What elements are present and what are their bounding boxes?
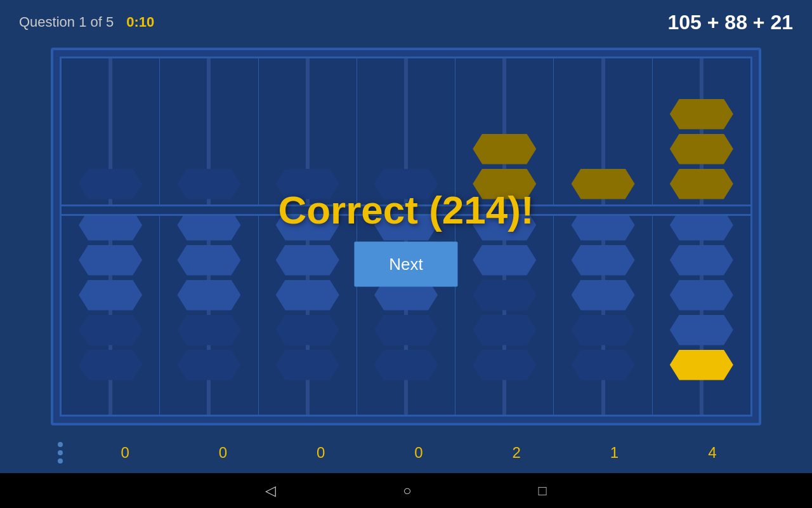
correct-overlay: Correct (214)! Next — [278, 187, 534, 286]
bead-bot-6-2[interactable] — [667, 277, 737, 312]
back-button[interactable]: ◁ — [265, 483, 276, 499]
android-nav-bar: ◁ ○ □ — [0, 473, 812, 508]
dot-2 — [58, 450, 63, 455]
bead-top-4-0[interactable] — [469, 131, 539, 166]
bead-bot-1-4[interactable] — [174, 347, 244, 382]
bead-bot-2-4[interactable] — [273, 347, 343, 382]
abacus-column-1[interactable] — [160, 58, 258, 415]
bead-bot-5-4[interactable] — [568, 347, 638, 382]
col-num-5: 1 — [565, 444, 663, 462]
bead-bot-5-2[interactable] — [568, 277, 638, 312]
bead-bot-6-4[interactable] — [667, 347, 737, 382]
bead-bot-3-4[interactable] — [371, 347, 441, 382]
abacus-column-5[interactable] — [554, 58, 652, 415]
bead-bot-4-4[interactable] — [469, 347, 539, 382]
column-numbers: 0 0 0 0 2 1 4 — [76, 444, 761, 462]
next-button[interactable]: Next — [354, 241, 457, 286]
bead-bot-0-4[interactable] — [75, 347, 145, 382]
col-num-4: 2 — [468, 444, 565, 462]
bead-top-6-0[interactable] — [667, 97, 737, 131]
numbers-bar: 0 0 0 0 2 1 4 — [51, 435, 761, 470]
bead-bot-0-1[interactable] — [75, 243, 145, 277]
bead-top-0-0[interactable] — [75, 166, 145, 201]
home-button[interactable]: ○ — [403, 483, 411, 499]
question-info: Question 1 of 5 0:10 — [19, 14, 154, 30]
bead-top-1-0[interactable] — [174, 166, 244, 201]
bead-bot-0-3[interactable] — [75, 312, 145, 347]
dot-3 — [58, 458, 63, 464]
abacus-column-0[interactable] — [62, 58, 160, 415]
top-bar: Question 1 of 5 0:10 105 + 88 + 21 — [0, 0, 812, 44]
abacus-board: Correct (214)! Next — [51, 48, 761, 425]
col-num-0: 0 — [76, 444, 174, 462]
col-num-3: 0 — [370, 444, 468, 462]
bead-bot-1-3[interactable] — [174, 312, 244, 347]
question-label: Question 1 of 5 — [19, 14, 114, 30]
bead-bot-6-1[interactable] — [667, 243, 737, 277]
dot-1 — [58, 442, 63, 447]
bead-bot-5-3[interactable] — [568, 312, 638, 347]
col-num-2: 0 — [272, 444, 370, 462]
abacus-column-6[interactable] — [653, 58, 750, 415]
bead-bot-1-2[interactable] — [174, 277, 244, 312]
bead-bot-3-3[interactable] — [371, 312, 441, 347]
abacus-inner: Correct (214)! Next — [60, 57, 752, 417]
bead-top-6-1[interactable] — [667, 131, 737, 166]
correct-text: Correct (214)! — [278, 187, 534, 232]
bead-bot-2-3[interactable] — [273, 312, 343, 347]
bead-bot-1-1[interactable] — [174, 243, 244, 277]
bead-bot-0-2[interactable] — [75, 277, 145, 312]
bead-bot-4-3[interactable] — [469, 312, 539, 347]
equation: 105 + 88 + 21 — [667, 11, 793, 34]
bead-top-5-0[interactable] — [568, 166, 638, 201]
bead-bot-5-1[interactable] — [568, 243, 638, 277]
timer: 0:10 — [126, 14, 154, 30]
bead-top-6-2[interactable] — [667, 166, 737, 201]
col-num-6: 4 — [664, 444, 761, 462]
col-num-1: 0 — [174, 444, 272, 462]
dots-icon — [51, 442, 70, 464]
bead-bot-6-3[interactable] — [667, 312, 737, 347]
recent-button[interactable]: □ — [539, 483, 547, 499]
